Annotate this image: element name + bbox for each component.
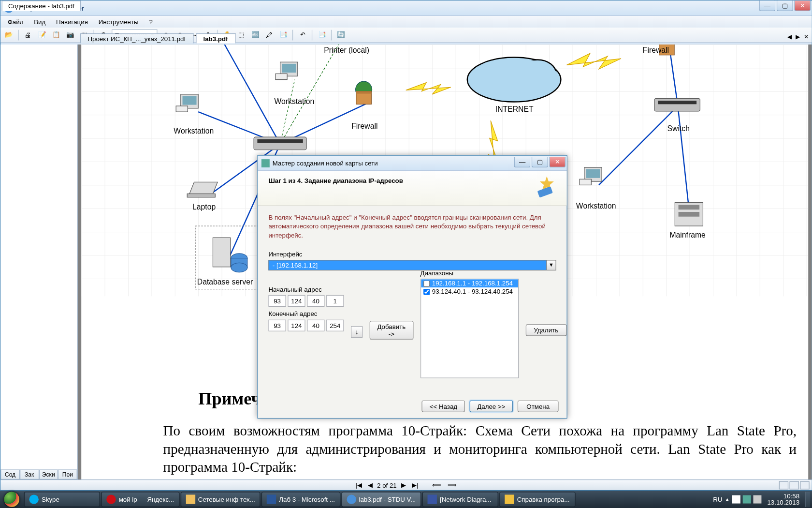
dialog-minimize-button[interactable]: — <box>514 157 531 167</box>
text-icon[interactable]: 📝 <box>36 29 48 41</box>
view-mode-2-icon[interactable] <box>790 481 799 489</box>
tray-flag-icon[interactable] <box>732 495 740 504</box>
back-button[interactable]: << Назад <box>422 401 465 412</box>
start-ip-octet-1[interactable]: 93 <box>268 295 286 307</box>
label-workstation-left: Workstation <box>174 126 214 135</box>
end-ip-octet-3[interactable]: 40 <box>307 320 324 331</box>
svg-rect-20 <box>654 98 700 111</box>
maximize-button[interactable]: ▢ <box>777 0 793 11</box>
copy-icon[interactable]: 📋 <box>50 29 62 41</box>
range-item-2[interactable]: 93.124.40.1 - 93.124.40.254 <box>421 287 518 296</box>
end-ip-octet-4[interactable]: 254 <box>326 320 344 331</box>
highlight-icon[interactable]: 🖍 <box>263 29 275 41</box>
taskbar-stdu[interactable]: lab3.pdf - STDU V... <box>341 492 421 507</box>
svg-rect-21 <box>658 101 696 104</box>
tray-volume-icon[interactable] <box>753 495 761 504</box>
print-icon[interactable]: 🖨 <box>22 29 34 41</box>
camera-icon[interactable]: 📷 <box>64 29 76 41</box>
sidebar-tab-contents[interactable]: Содержание - lab3.pdf <box>2 0 81 11</box>
end-ip-octet-2[interactable]: 124 <box>288 320 305 331</box>
tab-close-icon[interactable]: ✕ <box>802 33 810 40</box>
sidebar-tab-bookmarks[interactable]: Зак <box>20 469 39 479</box>
label-firewall-right: Firewall <box>643 45 669 54</box>
tab-next-icon[interactable]: ▶ <box>794 33 801 40</box>
open-icon[interactable]: 📂 <box>3 29 14 41</box>
taskbar-opera[interactable]: мой ip — Яндекс... <box>101 492 179 507</box>
start-button[interactable] <box>0 491 23 508</box>
menubar: Файл Вид Навигация Инструменты ? <box>0 16 812 28</box>
start-ip-octet-4[interactable]: 1 <box>326 295 344 307</box>
dialog-title: Мастер создания новой карты сети <box>273 160 378 167</box>
svg-rect-35 <box>187 194 215 197</box>
menu-tools[interactable]: Инструменты <box>94 17 143 26</box>
cancel-button[interactable]: Отмена <box>518 401 559 412</box>
menu-file[interactable]: Файл <box>3 17 28 26</box>
dialog-close-button[interactable]: ✕ <box>549 157 566 167</box>
delete-range-button[interactable]: Удалить <box>525 325 566 336</box>
svg-line-2 <box>280 45 339 144</box>
view-mode-1-icon[interactable] <box>779 481 788 489</box>
view-mode-3-icon[interactable] <box>800 481 809 489</box>
add-range-button[interactable]: Добавить -> <box>370 321 413 340</box>
last-page-icon[interactable]: ▶| <box>411 481 420 489</box>
taskbar-stdu-label: lab3.pdf - STDU V... <box>359 496 416 503</box>
tray-language[interactable]: RU <box>713 496 722 503</box>
range-text-1: 192.168.1.1 - 192.168.1.254 <box>432 280 513 287</box>
svg-rect-26 <box>282 64 296 73</box>
doc-tab-2[interactable]: lab3.pdf <box>196 33 235 44</box>
range-item-1[interactable]: 192.168.1.1 - 192.168.1.254 <box>421 279 518 287</box>
label-printer-local: Printer (local) <box>324 45 369 54</box>
tray-show-hidden-icon[interactable]: ▲ <box>725 496 730 502</box>
taskbar-word[interactable]: Лаб 3 - Microsoft ... <box>261 492 340 507</box>
menu-view[interactable]: Вид <box>29 17 50 26</box>
refresh-icon[interactable]: 🔄 <box>335 29 347 41</box>
dialog-maximize-button[interactable]: ▢ <box>532 157 548 167</box>
sidebar-tab-search[interactable]: Пои <box>58 469 77 479</box>
minimize-button[interactable]: — <box>759 0 776 11</box>
taskbar-help-label: Справка програ... <box>517 496 570 503</box>
ranges-listbox[interactable]: 192.168.1.1 - 192.168.1.254 93.124.40.1 … <box>420 279 519 378</box>
next-button[interactable]: Далее >> <box>469 401 513 412</box>
visio-icon <box>428 494 437 504</box>
menu-help[interactable]: ? <box>145 17 158 26</box>
doc-tab-1[interactable]: Проект ИС_КП_..._указ_2011.pdf <box>80 33 193 44</box>
undo-icon[interactable]: ↶ <box>297 29 308 41</box>
tab-prev-icon[interactable]: ◀ <box>786 33 793 40</box>
copy2-icon[interactable]: 📑 <box>316 29 328 41</box>
first-page-icon[interactable]: |◀ <box>354 481 363 489</box>
document-tabs: Проект ИС_КП_..._указ_2011.pdf lab3.pdf <box>78 32 235 44</box>
statusbar: |◀ ◀ 2 of 21 ▶ ▶| ⟸ ⟹ <box>0 479 812 490</box>
tray-clock[interactable]: 10:58 13.10.2013 <box>764 493 803 506</box>
select-icon[interactable]: ⬚ <box>235 29 247 41</box>
taskbar-help[interactable]: Справка програ... <box>499 492 575 507</box>
taskbar-skype[interactable]: Skype <box>24 492 100 507</box>
sidebar-tab-thumbnails[interactable]: Эски <box>39 469 58 479</box>
windows-orb-icon <box>4 492 19 507</box>
prev-page-icon[interactable]: ◀ <box>366 481 374 489</box>
svg-rect-29 <box>586 169 600 178</box>
start-ip-octet-3[interactable]: 40 <box>307 295 324 307</box>
range-checkbox-2[interactable] <box>423 288 430 295</box>
next-page-icon[interactable]: ▶ <box>400 481 407 489</box>
svg-rect-43 <box>679 212 700 217</box>
range-checkbox-1[interactable] <box>423 280 430 286</box>
swap-addresses-button[interactable]: ↓ <box>351 326 362 338</box>
start-address-label: Начальный адрес <box>268 286 344 293</box>
start-ip-octet-2[interactable]: 124 <box>288 295 305 307</box>
close-button[interactable]: ✕ <box>794 0 811 11</box>
sidebar-tab-contents-bottom[interactable]: Сод <box>0 469 20 479</box>
end-ip-octet-1[interactable]: 93 <box>268 320 286 331</box>
show-desktop-button[interactable] <box>805 492 810 507</box>
interface-dropdown-icon[interactable]: ▼ <box>547 260 556 270</box>
svg-line-0 <box>225 45 280 144</box>
folder-icon <box>186 494 195 504</box>
nav-back-icon[interactable]: ⟸ <box>431 481 443 489</box>
label-mainframe: Mainframe <box>669 231 705 239</box>
tray-network-icon[interactable] <box>743 495 751 504</box>
taskbar-explorer[interactable]: Сетевые инф тех... <box>181 492 261 507</box>
taskbar-visio[interactable]: [Network Diagra... <box>422 492 498 507</box>
nav-forward-icon[interactable]: ⟹ <box>446 481 458 489</box>
menu-navigation[interactable]: Навигация <box>51 17 92 26</box>
docs-icon[interactable]: 📑 <box>277 29 289 41</box>
text-select-icon[interactable]: 🔤 <box>249 29 261 41</box>
